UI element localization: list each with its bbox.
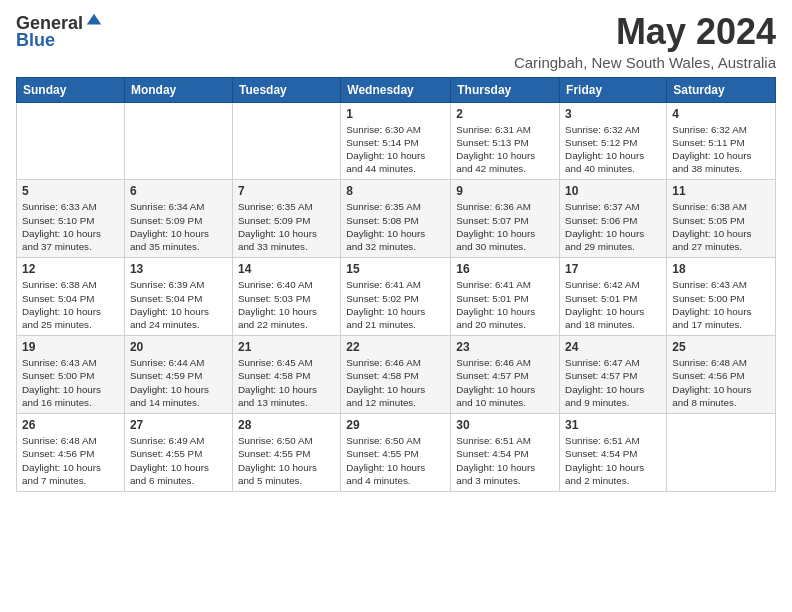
table-row: 31Sunrise: 6:51 AM Sunset: 4:54 PM Dayli…	[560, 414, 667, 492]
table-row: 18Sunrise: 6:43 AM Sunset: 5:00 PM Dayli…	[667, 258, 776, 336]
title-section: May 2024 Caringbah, New South Wales, Aus…	[514, 12, 776, 71]
calendar-week-row: 26Sunrise: 6:48 AM Sunset: 4:56 PM Dayli…	[17, 414, 776, 492]
day-number: 29	[346, 418, 445, 432]
calendar-header-row: Sunday Monday Tuesday Wednesday Thursday…	[17, 77, 776, 102]
day-number: 18	[672, 262, 770, 276]
table-row: 13Sunrise: 6:39 AM Sunset: 5:04 PM Dayli…	[124, 258, 232, 336]
calendar-week-row: 19Sunrise: 6:43 AM Sunset: 5:00 PM Dayli…	[17, 336, 776, 414]
table-row: 5Sunrise: 6:33 AM Sunset: 5:10 PM Daylig…	[17, 180, 125, 258]
month-title: May 2024	[514, 12, 776, 52]
table-row: 7Sunrise: 6:35 AM Sunset: 5:09 PM Daylig…	[232, 180, 340, 258]
day-number: 22	[346, 340, 445, 354]
day-info: Sunrise: 6:39 AM Sunset: 5:04 PM Dayligh…	[130, 278, 227, 331]
col-saturday: Saturday	[667, 77, 776, 102]
col-thursday: Thursday	[451, 77, 560, 102]
table-row: 8Sunrise: 6:35 AM Sunset: 5:08 PM Daylig…	[341, 180, 451, 258]
col-sunday: Sunday	[17, 77, 125, 102]
svg-marker-0	[87, 14, 101, 25]
table-row: 19Sunrise: 6:43 AM Sunset: 5:00 PM Dayli…	[17, 336, 125, 414]
day-info: Sunrise: 6:45 AM Sunset: 4:58 PM Dayligh…	[238, 356, 335, 409]
day-number: 8	[346, 184, 445, 198]
day-info: Sunrise: 6:38 AM Sunset: 5:04 PM Dayligh…	[22, 278, 119, 331]
day-number: 13	[130, 262, 227, 276]
day-number: 21	[238, 340, 335, 354]
day-number: 23	[456, 340, 554, 354]
day-number: 5	[22, 184, 119, 198]
day-info: Sunrise: 6:42 AM Sunset: 5:01 PM Dayligh…	[565, 278, 661, 331]
calendar-week-row: 5Sunrise: 6:33 AM Sunset: 5:10 PM Daylig…	[17, 180, 776, 258]
page-container: General Blue May 2024 Caringbah, New Sou…	[0, 0, 792, 500]
table-row: 29Sunrise: 6:50 AM Sunset: 4:55 PM Dayli…	[341, 414, 451, 492]
day-info: Sunrise: 6:41 AM Sunset: 5:01 PM Dayligh…	[456, 278, 554, 331]
day-number: 27	[130, 418, 227, 432]
day-number: 12	[22, 262, 119, 276]
table-row: 17Sunrise: 6:42 AM Sunset: 5:01 PM Dayli…	[560, 258, 667, 336]
day-info: Sunrise: 6:33 AM Sunset: 5:10 PM Dayligh…	[22, 200, 119, 253]
day-number: 16	[456, 262, 554, 276]
table-row: 16Sunrise: 6:41 AM Sunset: 5:01 PM Dayli…	[451, 258, 560, 336]
day-info: Sunrise: 6:46 AM Sunset: 4:57 PM Dayligh…	[456, 356, 554, 409]
col-friday: Friday	[560, 77, 667, 102]
table-row	[124, 102, 232, 180]
day-info: Sunrise: 6:35 AM Sunset: 5:09 PM Dayligh…	[238, 200, 335, 253]
day-info: Sunrise: 6:38 AM Sunset: 5:05 PM Dayligh…	[672, 200, 770, 253]
table-row: 14Sunrise: 6:40 AM Sunset: 5:03 PM Dayli…	[232, 258, 340, 336]
day-info: Sunrise: 6:48 AM Sunset: 4:56 PM Dayligh…	[672, 356, 770, 409]
day-info: Sunrise: 6:36 AM Sunset: 5:07 PM Dayligh…	[456, 200, 554, 253]
table-row: 11Sunrise: 6:38 AM Sunset: 5:05 PM Dayli…	[667, 180, 776, 258]
table-row	[667, 414, 776, 492]
col-tuesday: Tuesday	[232, 77, 340, 102]
day-info: Sunrise: 6:46 AM Sunset: 4:58 PM Dayligh…	[346, 356, 445, 409]
day-info: Sunrise: 6:44 AM Sunset: 4:59 PM Dayligh…	[130, 356, 227, 409]
table-row: 24Sunrise: 6:47 AM Sunset: 4:57 PM Dayli…	[560, 336, 667, 414]
day-info: Sunrise: 6:51 AM Sunset: 4:54 PM Dayligh…	[456, 434, 554, 487]
day-info: Sunrise: 6:41 AM Sunset: 5:02 PM Dayligh…	[346, 278, 445, 331]
table-row: 20Sunrise: 6:44 AM Sunset: 4:59 PM Dayli…	[124, 336, 232, 414]
day-info: Sunrise: 6:32 AM Sunset: 5:11 PM Dayligh…	[672, 123, 770, 176]
day-info: Sunrise: 6:34 AM Sunset: 5:09 PM Dayligh…	[130, 200, 227, 253]
day-number: 17	[565, 262, 661, 276]
table-row: 21Sunrise: 6:45 AM Sunset: 4:58 PM Dayli…	[232, 336, 340, 414]
day-info: Sunrise: 6:43 AM Sunset: 5:00 PM Dayligh…	[672, 278, 770, 331]
day-info: Sunrise: 6:30 AM Sunset: 5:14 PM Dayligh…	[346, 123, 445, 176]
table-row: 22Sunrise: 6:46 AM Sunset: 4:58 PM Dayli…	[341, 336, 451, 414]
table-row	[17, 102, 125, 180]
table-row: 30Sunrise: 6:51 AM Sunset: 4:54 PM Dayli…	[451, 414, 560, 492]
day-info: Sunrise: 6:51 AM Sunset: 4:54 PM Dayligh…	[565, 434, 661, 487]
table-row	[232, 102, 340, 180]
calendar-week-row: 12Sunrise: 6:38 AM Sunset: 5:04 PM Dayli…	[17, 258, 776, 336]
location-title: Caringbah, New South Wales, Australia	[514, 54, 776, 71]
header: General Blue May 2024 Caringbah, New Sou…	[16, 12, 776, 71]
day-number: 9	[456, 184, 554, 198]
day-number: 19	[22, 340, 119, 354]
day-info: Sunrise: 6:43 AM Sunset: 5:00 PM Dayligh…	[22, 356, 119, 409]
calendar-week-row: 1Sunrise: 6:30 AM Sunset: 5:14 PM Daylig…	[17, 102, 776, 180]
day-info: Sunrise: 6:48 AM Sunset: 4:56 PM Dayligh…	[22, 434, 119, 487]
col-wednesday: Wednesday	[341, 77, 451, 102]
day-info: Sunrise: 6:50 AM Sunset: 4:55 PM Dayligh…	[346, 434, 445, 487]
table-row: 2Sunrise: 6:31 AM Sunset: 5:13 PM Daylig…	[451, 102, 560, 180]
day-number: 6	[130, 184, 227, 198]
day-info: Sunrise: 6:32 AM Sunset: 5:12 PM Dayligh…	[565, 123, 661, 176]
day-number: 28	[238, 418, 335, 432]
day-number: 11	[672, 184, 770, 198]
day-info: Sunrise: 6:50 AM Sunset: 4:55 PM Dayligh…	[238, 434, 335, 487]
table-row: 23Sunrise: 6:46 AM Sunset: 4:57 PM Dayli…	[451, 336, 560, 414]
table-row: 4Sunrise: 6:32 AM Sunset: 5:11 PM Daylig…	[667, 102, 776, 180]
table-row: 6Sunrise: 6:34 AM Sunset: 5:09 PM Daylig…	[124, 180, 232, 258]
day-info: Sunrise: 6:31 AM Sunset: 5:13 PM Dayligh…	[456, 123, 554, 176]
day-number: 26	[22, 418, 119, 432]
day-number: 4	[672, 107, 770, 121]
table-row: 27Sunrise: 6:49 AM Sunset: 4:55 PM Dayli…	[124, 414, 232, 492]
day-info: Sunrise: 6:37 AM Sunset: 5:06 PM Dayligh…	[565, 200, 661, 253]
table-row: 1Sunrise: 6:30 AM Sunset: 5:14 PM Daylig…	[341, 102, 451, 180]
table-row: 9Sunrise: 6:36 AM Sunset: 5:07 PM Daylig…	[451, 180, 560, 258]
day-number: 3	[565, 107, 661, 121]
day-number: 2	[456, 107, 554, 121]
day-number: 25	[672, 340, 770, 354]
col-monday: Monday	[124, 77, 232, 102]
table-row: 25Sunrise: 6:48 AM Sunset: 4:56 PM Dayli…	[667, 336, 776, 414]
table-row: 28Sunrise: 6:50 AM Sunset: 4:55 PM Dayli…	[232, 414, 340, 492]
day-number: 24	[565, 340, 661, 354]
day-number: 15	[346, 262, 445, 276]
